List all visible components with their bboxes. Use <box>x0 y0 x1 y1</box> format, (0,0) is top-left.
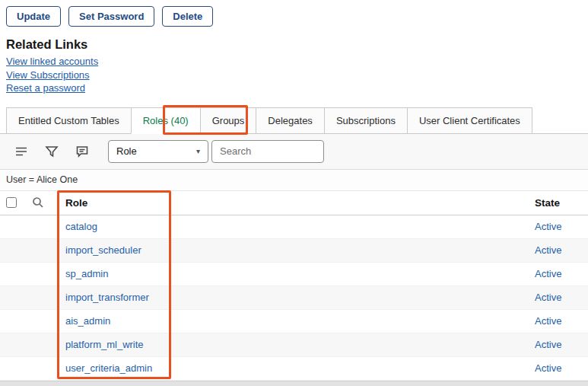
tab-groups[interactable]: Groups <box>200 107 257 133</box>
related-links-heading: Related Links <box>6 37 588 52</box>
related-links-list: View linked accounts View Subscriptions … <box>6 55 588 95</box>
list-filter-breadcrumb[interactable]: User = Alice One <box>0 170 588 191</box>
search-icon[interactable] <box>32 196 65 209</box>
update-button[interactable]: Update <box>6 6 61 27</box>
table-row: import_scheduler Active <box>0 239 588 263</box>
role-link[interactable]: import_scheduler <box>65 244 141 256</box>
select-all-checkbox[interactable] <box>6 197 17 208</box>
tab-user-client-certificates[interactable]: User Client Certificates <box>407 107 532 133</box>
tab-subscriptions[interactable]: Subscriptions <box>324 107 408 133</box>
list-toolbar: Role ▾ <box>0 134 588 170</box>
set-password-button[interactable]: Set Password <box>68 6 154 27</box>
filter-icon[interactable] <box>44 144 59 159</box>
horizontal-scrollbar-track[interactable] <box>0 381 588 386</box>
state-link[interactable]: Active <box>535 339 561 350</box>
activity-stream-icon[interactable] <box>75 144 90 159</box>
chevron-down-icon: ▾ <box>196 147 200 155</box>
table-row: catalog Active <box>0 215 588 239</box>
role-link[interactable]: sp_admin <box>65 268 108 279</box>
state-link[interactable]: Active <box>535 221 561 232</box>
state-link[interactable]: Active <box>535 244 561 256</box>
related-lists-tab-bar: Entitled Custom Tables Roles (40) Groups… <box>0 107 588 134</box>
list-header-row: Role State <box>0 191 588 215</box>
delete-button[interactable]: Delete <box>162 6 213 27</box>
role-link[interactable]: ais_admin <box>65 315 110 327</box>
role-link[interactable]: platform_ml_write <box>65 339 144 350</box>
link-view-subscriptions[interactable]: View Subscriptions <box>6 69 90 82</box>
role-link[interactable]: catalog <box>65 221 97 232</box>
tab-roles[interactable]: Roles (40) <box>131 107 201 134</box>
table-row: import_transformer Active <box>0 286 588 310</box>
column-header-state[interactable]: State <box>535 197 582 209</box>
list-search-input[interactable] <box>211 140 324 163</box>
state-link[interactable]: Active <box>535 268 561 279</box>
search-column-select-value: Role <box>116 145 137 157</box>
state-link[interactable]: Active <box>535 292 561 303</box>
record-actions-bar: Update Set Password Delete <box>0 0 588 27</box>
role-link[interactable]: user_criteria_admin <box>65 362 152 374</box>
link-reset-a-password[interactable]: Reset a password <box>6 81 85 95</box>
table-row: platform_ml_write Active <box>0 333 588 357</box>
list-controls-menu-icon[interactable] <box>14 144 29 159</box>
role-link[interactable]: import_transformer <box>65 292 149 303</box>
table-row: ais_admin Active <box>0 310 588 333</box>
column-header-role[interactable]: Role <box>65 197 535 209</box>
link-view-linked-accounts[interactable]: View linked accounts <box>6 55 98 69</box>
search-column-select[interactable]: Role ▾ <box>108 140 208 163</box>
state-link[interactable]: Active <box>535 315 561 327</box>
table-row: sp_admin Active <box>0 263 588 286</box>
list-body: catalog Active import_scheduler Active s… <box>0 215 588 381</box>
state-link[interactable]: Active <box>535 362 561 374</box>
user-record-page: Update Set Password Delete Related Links… <box>0 0 588 386</box>
table-row: user_criteria_admin Active <box>0 357 588 381</box>
tab-entitled-custom-tables[interactable]: Entitled Custom Tables <box>6 107 132 133</box>
tab-delegates[interactable]: Delegates <box>256 107 325 133</box>
